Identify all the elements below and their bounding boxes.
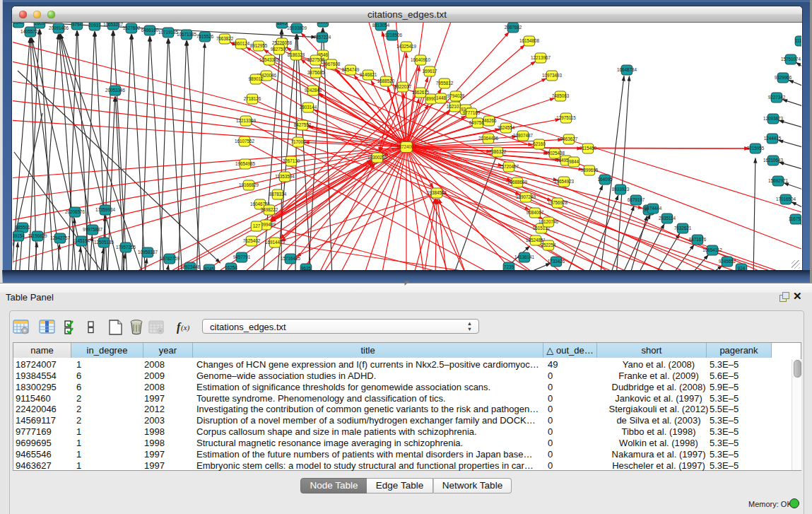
svg-text:16914479: 16914479	[265, 240, 286, 245]
svg-text:2935114: 2935114	[659, 216, 676, 221]
svg-text:15692971: 15692971	[768, 178, 789, 183]
svg-text:16648784: 16648784	[617, 67, 637, 72]
svg-text:18724007: 18724007	[396, 144, 417, 149]
svg-text:7955812: 7955812	[436, 81, 454, 86]
svg-text:11156829: 11156829	[28, 233, 47, 238]
svg-text:2718126: 2718126	[244, 96, 261, 101]
svg-text:7625402: 7625402	[243, 238, 261, 243]
svg-text:11170: 11170	[795, 38, 801, 43]
svg-text:8860124: 8860124	[233, 41, 250, 46]
svg-text:8912955: 8912955	[250, 43, 268, 48]
svg-text:10688609: 10688609	[507, 180, 528, 185]
svg-text:989012: 989012	[248, 76, 264, 81]
svg-text:(x): (x)	[181, 323, 190, 332]
svg-text:20206576: 20206576	[65, 209, 86, 214]
svg-text:3875685: 3875685	[307, 70, 325, 75]
svg-text:16210643: 16210643	[763, 158, 784, 163]
svg-text:9777169: 9777169	[463, 110, 481, 115]
svg-text:7632621: 7632621	[674, 226, 692, 230]
svg-text:2803144: 2803144	[300, 105, 317, 110]
svg-text:99975887: 99975887	[83, 227, 103, 232]
svg-text:20091406: 20091406	[49, 25, 69, 30]
svg-text:116753: 116753	[789, 216, 801, 221]
svg-text:19654923: 19654923	[554, 179, 575, 184]
svg-text:9329966: 9329966	[775, 75, 792, 80]
svg-text:16154808: 16154808	[519, 38, 540, 43]
svg-text:8813054: 8813054	[372, 23, 390, 28]
svg-text:8454749: 8454749	[342, 67, 360, 72]
svg-text:20364436: 20364436	[478, 136, 499, 141]
svg-text:8990: 8990	[426, 96, 437, 101]
svg-text:12505185: 12505185	[94, 240, 114, 245]
svg-text:6466160: 6466160	[141, 28, 159, 33]
svg-text:2967608: 2967608	[323, 62, 341, 66]
svg-text:17016504: 17016504	[776, 197, 796, 201]
svg-text:8933923: 8933923	[612, 187, 630, 192]
svg-text:3498222: 3498222	[261, 207, 278, 212]
svg-text:746266: 746266	[481, 118, 497, 123]
svg-text:2087682: 2087682	[505, 25, 522, 30]
svg-text:15751074: 15751074	[781, 57, 801, 62]
svg-text:8322037: 8322037	[394, 84, 412, 89]
svg-text:9115460: 9115460	[579, 146, 597, 151]
svg-text:19654985: 19654985	[235, 161, 256, 166]
svg-text:10671385: 10671385	[177, 32, 197, 37]
svg-text:12942757: 12942757	[50, 235, 71, 240]
svg-text:15716485: 15716485	[281, 256, 301, 261]
svg-text:20053346: 20053346	[105, 88, 126, 93]
svg-text:9146821: 9146821	[360, 72, 377, 77]
svg-text:16254: 16254	[225, 265, 237, 270]
svg-text:14055721: 14055721	[20, 29, 41, 34]
svg-text:127: 127	[253, 223, 261, 228]
svg-text:9827500: 9827500	[271, 47, 288, 52]
svg-text:985501: 985501	[15, 225, 30, 230]
svg-text:10807487: 10807487	[513, 133, 534, 138]
svg-text:14136141: 14136141	[514, 255, 535, 259]
svg-text:19384554: 19384554	[427, 190, 447, 195]
svg-text:3267130: 3267130	[283, 158, 300, 163]
svg-text:9242848: 9242848	[305, 88, 322, 93]
svg-text:10654112: 10654112	[702, 247, 722, 252]
svg-text:10958187: 10958187	[138, 250, 158, 255]
svg-text:20937: 20937	[88, 23, 101, 28]
svg-text:9794: 9794	[72, 22, 83, 27]
svg-text:3624554: 3624554	[498, 125, 515, 130]
svg-text:16543382: 16543382	[259, 57, 280, 62]
svg-text:252254: 252254	[541, 243, 556, 247]
svg-text:7857224: 7857224	[314, 35, 331, 40]
svg-text:19756928: 19756928	[548, 200, 568, 205]
svg-text:9457791: 9457791	[233, 255, 251, 259]
svg-text:9899695: 9899695	[581, 168, 599, 173]
svg-text:1527602: 1527602	[123, 25, 141, 30]
svg-text:10653287: 10653287	[103, 22, 124, 27]
svg-text:10973493: 10973493	[542, 73, 563, 78]
svg-text:10025438: 10025438	[545, 151, 565, 156]
svg-text:16782759: 16782759	[160, 256, 180, 261]
svg-text:8427552: 8427552	[294, 122, 312, 127]
svg-text:1448: 1448	[436, 95, 447, 100]
svg-text:8471676: 8471676	[689, 237, 707, 242]
svg-text:169617: 169617	[422, 69, 437, 74]
svg-text:7663822: 7663822	[216, 36, 234, 41]
svg-text:8186328: 8186328	[288, 52, 305, 57]
svg-text:16033809: 16033809	[287, 25, 307, 30]
svg-text:18907249: 18907249	[516, 194, 536, 199]
svg-text:16120746: 16120746	[539, 219, 559, 224]
svg-text:12093873: 12093873	[763, 116, 784, 121]
svg-text:7235: 7235	[504, 264, 514, 269]
svg-text:19166829: 19166829	[239, 182, 259, 187]
svg-text:8878334: 8878334	[269, 192, 287, 197]
svg-text:6679197: 6679197	[628, 197, 645, 202]
svg-text:9084067: 9084067	[526, 210, 544, 215]
svg-text:18300295: 18300295	[367, 155, 388, 160]
svg-text:9474444: 9474444	[645, 206, 662, 211]
svg-text:62160: 62160	[533, 141, 546, 146]
svg-text:15720407: 15720407	[499, 164, 519, 169]
svg-text:1588520: 1588520	[377, 78, 395, 83]
svg-text:9227342: 9227342	[768, 95, 786, 100]
svg-text:12213369: 12213369	[236, 118, 257, 123]
svg-text:717006: 717006	[290, 139, 306, 144]
svg-text:19218506: 19218506	[382, 33, 403, 37]
svg-text:12213967: 12213967	[531, 55, 551, 60]
svg-text:9245652: 9245652	[719, 259, 736, 264]
